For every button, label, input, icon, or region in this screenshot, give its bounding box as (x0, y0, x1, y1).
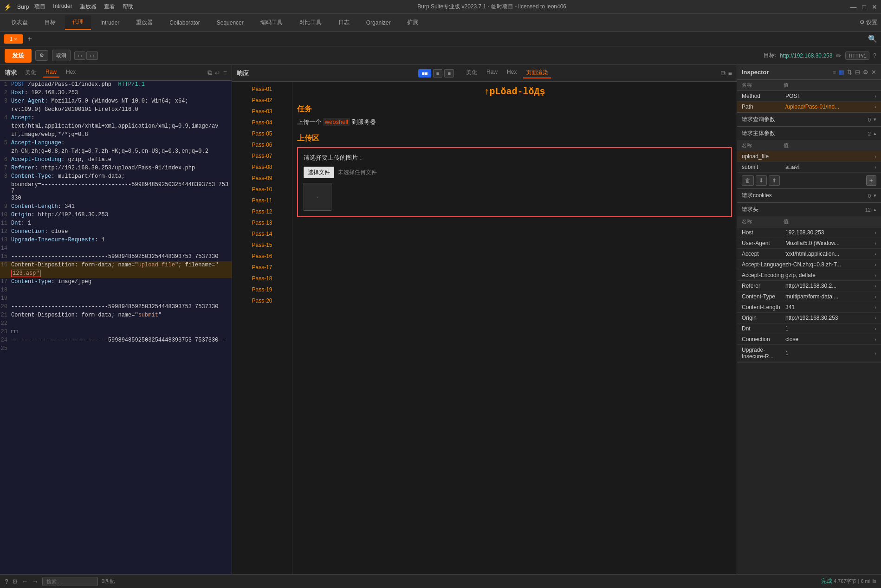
query-params-arrow[interactable]: ▾ (874, 116, 876, 123)
tab-repeater[interactable]: 重放器 (129, 16, 160, 29)
sidebar-item-pass04[interactable]: Pass-04 (232, 117, 292, 128)
sidebar-item-pass19[interactable]: Pass-19 (232, 284, 292, 295)
origin-row-arrow[interactable]: › (875, 315, 876, 321)
cookies-header[interactable]: 请求cookies 0 ▾ (737, 189, 881, 202)
move-up-button[interactable]: ⬆ (769, 175, 780, 186)
host-row-arrow[interactable]: › (875, 230, 876, 235)
wrap-icon[interactable]: ↵ (215, 69, 220, 77)
path-expand-arrow[interactable]: › (875, 104, 876, 110)
menu-repeater[interactable]: 重放器 (80, 3, 97, 11)
sidebar-item-pass16[interactable]: Pass-16 (232, 251, 292, 262)
menu-help[interactable]: 帮助 (123, 3, 134, 11)
minimize-button[interactable]: — (850, 3, 857, 11)
tab-beautify[interactable]: 美化 (22, 68, 39, 78)
tab-dashboard[interactable]: 仪表盘 (4, 16, 35, 29)
upgrade-insecure-row-arrow[interactable]: › (875, 350, 876, 356)
search-input[interactable] (42, 577, 98, 586)
sidebar-item-pass12[interactable]: Pass-12 (232, 206, 292, 217)
menu-intruder[interactable]: Intruder (53, 3, 72, 11)
copy-icon[interactable]: ⧉ (207, 69, 212, 77)
choose-file-button[interactable]: 选择文件 (304, 167, 334, 178)
edit-target-icon[interactable]: ✏ (836, 52, 842, 59)
tab-target[interactable]: 目标 (37, 16, 63, 29)
sidebar-item-pass05[interactable]: Pass-05 (232, 128, 292, 139)
sub-tab-1[interactable]: 1 × (4, 34, 23, 44)
inspector-list-icon[interactable]: ≡ (832, 69, 836, 76)
maximize-button[interactable]: □ (862, 3, 866, 11)
cancel-button[interactable]: 取消 (52, 50, 71, 61)
inspector-close-icon[interactable]: ✕ (871, 69, 876, 76)
sidebar-item-pass11[interactable]: Pass-11 (232, 195, 292, 206)
sidebar-item-pass02[interactable]: Pass-02 (232, 95, 292, 106)
tab-raw[interactable]: Raw (43, 68, 59, 78)
content-type-row-arrow[interactable]: › (875, 294, 876, 299)
resp-copy-icon[interactable]: ⧉ (721, 69, 726, 77)
tab-sequencer[interactable]: Sequencer (209, 17, 251, 29)
move-down-button[interactable]: ⬇ (756, 175, 767, 186)
tab-resp-beautify[interactable]: 美化 (463, 68, 480, 78)
inspector-grid-icon[interactable]: ▦ (839, 69, 844, 76)
view-alt-button[interactable]: ■ (444, 69, 454, 78)
body-params-arrow[interactable]: ▴ (874, 130, 876, 136)
referer-row-arrow[interactable]: › (875, 283, 876, 289)
sidebar-item-pass10[interactable]: Pass-10 (232, 184, 292, 195)
tab-hex[interactable]: Hex (63, 68, 78, 78)
sidebar-item-pass15[interactable]: Pass-15 (232, 239, 292, 251)
sidebar-item-pass07[interactable]: Pass-07 (232, 150, 292, 162)
menu-project[interactable]: 项目 (34, 3, 45, 11)
method-expand-arrow[interactable]: › (875, 93, 876, 99)
tab-encoder[interactable]: 编码工具 (253, 16, 290, 29)
help-icon[interactable]: ? (873, 52, 876, 59)
sidebar-item-pass14[interactable]: Pass-14 (232, 228, 292, 239)
inspector-filter-icon[interactable]: ⊟ (855, 69, 860, 76)
help-bottom-icon[interactable]: ? (5, 578, 8, 585)
settings-gear-button[interactable]: ⚙ (35, 50, 48, 61)
submit-row-arrow[interactable]: › (875, 164, 876, 170)
tab-resp-hex[interactable]: Hex (504, 68, 519, 78)
prev-up-button[interactable]: ‹ › (74, 52, 85, 60)
burp-menu[interactable]: Burp (17, 4, 29, 10)
tab-collaborator[interactable]: Collaborator (162, 17, 207, 29)
next-down-button[interactable]: › › (86, 52, 97, 60)
tab-resp-render[interactable]: 页面渲染 (523, 68, 551, 78)
sidebar-item-pass17[interactable]: Pass-17 (232, 262, 292, 273)
resp-more-icon[interactable]: ≡ (728, 70, 732, 77)
body-params-header[interactable]: 请求主体参数 2 ▴ (737, 127, 881, 140)
tab-proxy[interactable]: 代理 (65, 15, 91, 30)
add-tab-button[interactable]: + (24, 33, 36, 45)
tab-comparer[interactable]: 对比工具 (292, 16, 329, 29)
send-button[interactable]: 发送 (5, 49, 32, 63)
tab-organizer[interactable]: Organizer (359, 17, 398, 29)
more-icon[interactable]: ≡ (223, 69, 227, 77)
accept-language-row-arrow[interactable]: › (875, 262, 876, 267)
sidebar-item-pass03[interactable]: Pass-03 (232, 106, 292, 117)
tab-logger[interactable]: 日志 (331, 16, 357, 29)
view-single-button[interactable]: ■ (433, 69, 443, 78)
back-button[interactable]: ← (22, 578, 28, 585)
accept-row-arrow[interactable]: › (875, 251, 876, 257)
accept-encoding-row-arrow[interactable]: › (875, 272, 876, 278)
add-param-button[interactable]: + (866, 175, 876, 186)
tab-extensions[interactable]: 扩展 (400, 16, 426, 29)
menu-view[interactable]: 查看 (104, 3, 115, 11)
sidebar-item-pass08[interactable]: Pass-08 (232, 162, 292, 173)
inspector-settings-icon[interactable]: ⚙ (863, 69, 868, 76)
query-params-header[interactable]: 请求查询参数 0 ▾ (737, 113, 881, 126)
sidebar-item-pass18[interactable]: Pass-18 (232, 273, 292, 284)
request-headers-arrow[interactable]: ▴ (874, 207, 876, 213)
search-icon[interactable]: 🔍 (868, 34, 877, 43)
sidebar-item-pass01[interactable]: Pass-01 (232, 84, 292, 95)
tab-intruder[interactable]: Intruder (93, 17, 127, 29)
settings-bottom-icon[interactable]: ⚙ (12, 578, 18, 585)
view-split-button[interactable]: ■■ (418, 69, 431, 78)
dnt-row-arrow[interactable]: › (875, 326, 876, 331)
tab-resp-raw[interactable]: Raw (484, 68, 500, 78)
sidebar-item-pass06[interactable]: Pass-06 (232, 139, 292, 150)
inspector-sort-icon[interactable]: ⇅ (847, 69, 852, 76)
forward-button[interactable]: → (32, 578, 39, 585)
delete-param-button[interactable]: 🗑 (742, 175, 754, 186)
sidebar-item-pass09[interactable]: Pass-09 (232, 173, 292, 184)
connection-row-arrow[interactable]: › (875, 336, 876, 342)
content-length-row-arrow[interactable]: › (875, 304, 876, 310)
sidebar-item-pass20[interactable]: Pass-20 (232, 295, 292, 306)
